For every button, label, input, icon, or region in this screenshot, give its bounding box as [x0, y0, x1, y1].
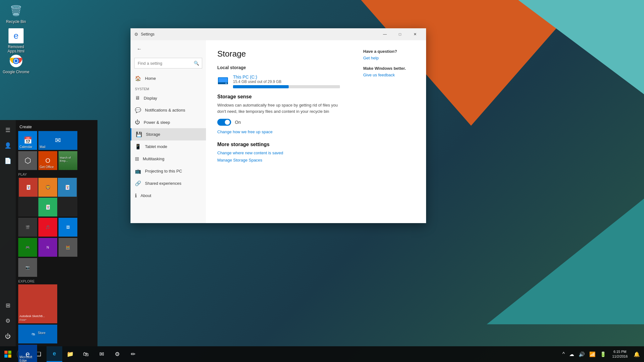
notifications-icon: 💬 — [135, 107, 141, 113]
search-icon: 🔍 — [194, 61, 199, 66]
toggle-knob — [225, 120, 230, 125]
tray-expand-icon[interactable]: ^ — [562, 351, 566, 357]
start-power-icon[interactable]: ⏻ — [0, 329, 16, 343]
tile-mail[interactable]: ✉ Mail — [38, 131, 77, 150]
tile-camera[interactable]: 📷 — [18, 258, 37, 277]
home-icon: 🏠 — [135, 75, 141, 81]
settings-search-input[interactable] — [134, 58, 202, 69]
clock-time: 6:15 PM — [613, 349, 626, 354]
start-settings-icon[interactable]: ⚙ — [0, 314, 16, 328]
maximize-button[interactable]: □ — [393, 28, 407, 40]
start-hamburger-icon[interactable]: ☰ — [0, 123, 16, 137]
tile-edge[interactable]: e Microsoft Edge — [18, 345, 37, 362]
start-menu: ☰ 👤 📄 ⊞ ⚙ ⏻ Create 📅 Calendar ✉ Mail — [0, 120, 97, 346]
nav-tablet-mode[interactable]: 📱 Tablet mode — [130, 140, 206, 153]
tile-store[interactable]: 🛍Store — [18, 325, 57, 343]
tile-calculator[interactable]: 🧮 — [58, 238, 77, 257]
nav-power-sleep[interactable]: ⏻ Power & sleep — [130, 116, 206, 128]
nav-projecting[interactable]: 📺 Projecting to this PC — [130, 165, 206, 177]
drive-info: This PC (C:) 15.4 GB used out of 29.9 GB — [233, 74, 346, 88]
taskbar: ⊙ ❑ e 📁 🛍 ✉ ⚙ ✏ ^ ☁ 🔊 📶 🔋 6:15 PM 11/2/2… — [0, 346, 644, 362]
svg-point-3 — [14, 59, 18, 63]
get-help-link[interactable]: Get help — [363, 56, 420, 60]
recycle-bin-icon: 🗑️ — [8, 3, 24, 18]
tile-games-group[interactable]: 🃏 🦁 🃏 🃏 — [18, 178, 77, 217]
tray-network-icon[interactable]: 📶 — [588, 351, 597, 357]
tile-sketchbook[interactable]: Autodesk SketchB... Free* — [18, 284, 57, 323]
settings-taskbar-btn[interactable]: ⚙ — [109, 346, 125, 362]
change-free-link[interactable]: Change how we free up space — [217, 129, 346, 134]
nav-notifications-label: Notifications & actions — [145, 108, 185, 112]
manage-spaces-link[interactable]: Manage Storage Spaces — [217, 158, 346, 162]
desktop-icon-recycle-bin[interactable]: 🗑️ Recycle Bin — [2, 3, 30, 24]
svg-rect-11 — [8, 354, 11, 358]
drive-usage: 15.4 GB used out of 29.9 GB — [233, 80, 346, 84]
storage-sense-toggle-row: On — [217, 119, 346, 126]
change-save-link[interactable]: Change where new content is saved — [217, 151, 346, 155]
start-create-header: Create — [18, 123, 95, 131]
nav-section-system: System — [130, 85, 206, 92]
play-tiles-grid: 🃏 🦁 🃏 🃏 🎬 🎵 🖼 🎮 N 🧮 📷 — [18, 178, 95, 277]
svg-rect-8 — [4, 351, 8, 354]
help-question: Have a question? — [363, 49, 420, 54]
svg-rect-9 — [8, 351, 11, 354]
tile-get-office[interactable]: O Get Office — [38, 151, 57, 170]
nav-tablet-label: Tablet mode — [145, 144, 167, 149]
tablet-icon: 📱 — [135, 144, 141, 150]
tray-onedrive-icon[interactable]: ☁ — [568, 351, 575, 357]
nav-shared-exp-label: Shared experiences — [145, 181, 181, 186]
nav-notifications[interactable]: 💬 Notifications & actions — [130, 104, 206, 116]
start-button[interactable] — [0, 346, 16, 362]
multitasking-icon: ⊞ — [135, 156, 139, 162]
tile-movies[interactable]: 🎬 — [18, 218, 37, 237]
storage-sense-toggle[interactable] — [217, 119, 231, 126]
tile-onenote[interactable]: N — [38, 238, 57, 257]
feedback-link[interactable]: Give us feedback — [363, 73, 420, 77]
desktop-icon-chrome[interactable]: Google Chrome — [2, 53, 30, 74]
nav-multitasking[interactable]: ⊞ Multitasking — [130, 153, 206, 165]
explore-tiles-grid: Autodesk SketchB... Free* 🛍Store e Micro… — [18, 284, 95, 362]
tile-march-of-empires[interactable]: March of Emp... — [58, 151, 77, 170]
nav-shared-exp[interactable]: 🔗 Shared experiences — [130, 177, 206, 189]
settings-body: ← 🔍 🏠 Home System 🖥 Display 💬 Notificati… — [130, 40, 426, 223]
drive-bar-track — [233, 85, 340, 88]
tray-volume-icon[interactable]: 🔊 — [578, 351, 586, 357]
start-apps-icon[interactable]: ⊞ — [0, 299, 16, 312]
start-documents-icon[interactable]: 📄 — [0, 154, 16, 168]
pen-taskbar-btn[interactable]: ✏ — [125, 346, 141, 362]
tile-hex[interactable]: ⬡ — [18, 151, 37, 170]
taskbar-clock[interactable]: 6:15 PM 11/2/2016 — [610, 349, 630, 359]
recycle-bin-label: Recycle Bin — [6, 19, 26, 24]
make-better-text: Make Windows better. — [363, 66, 420, 71]
back-button[interactable]: ← — [133, 43, 146, 55]
nav-home[interactable]: 🏠 Home — [130, 72, 206, 85]
desktop-icon-removed-apps[interactable]: e Removed Apps.html — [2, 28, 30, 53]
start-user-icon[interactable]: 👤 — [0, 139, 16, 152]
nav-display[interactable]: 🖥 Display — [130, 92, 206, 104]
window-titlebar: ⚙ Settings — □ ✕ — [130, 28, 426, 40]
tile-xbox[interactable]: 🎮 — [18, 238, 37, 257]
settings-sidebar: ← 🔍 🏠 Home System 🖥 Display 💬 Notificati… — [130, 40, 206, 223]
clock-date: 11/2/2016 — [612, 354, 628, 359]
drive-bar-fill — [233, 85, 289, 88]
pen-icon: ✏ — [131, 351, 136, 358]
nav-about[interactable]: ℹ About — [130, 189, 206, 202]
nav-storage[interactable]: 💾 Storage — [130, 128, 206, 140]
tray-battery-icon[interactable]: 🔋 — [599, 351, 607, 357]
drive-name[interactable]: This PC (C:) — [233, 74, 346, 80]
settings-main: Storage Local storage This PC (C:) 15.4 … — [206, 40, 357, 223]
minimize-button[interactable]: — — [378, 28, 392, 40]
projecting-icon: 📺 — [135, 168, 141, 174]
chrome-icon — [8, 53, 24, 69]
close-button[interactable]: ✕ — [408, 28, 422, 40]
tile-photos[interactable]: 🖼 — [58, 218, 77, 237]
nav-about-label: About — [141, 193, 151, 198]
nav-home-label: Home — [145, 76, 156, 81]
action-center-icon[interactable]: 🔔 — [633, 351, 641, 357]
svg-point-7 — [225, 83, 227, 84]
mail-taskbar-btn[interactable]: ✉ — [94, 346, 109, 362]
tile-calendar[interactable]: 📅 Calendar — [18, 131, 37, 150]
removed-apps-label: Removed Apps.html — [2, 45, 30, 53]
more-storage-title: More storage settings — [217, 142, 346, 147]
tile-groove[interactable]: 🎵 — [38, 218, 57, 237]
